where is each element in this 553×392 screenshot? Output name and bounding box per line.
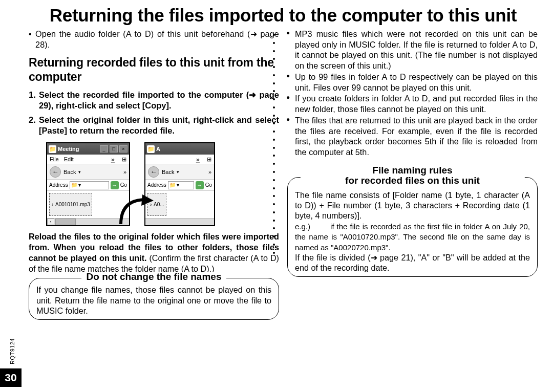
menu-file: File <box>50 156 59 162</box>
back-icon: ← <box>148 166 159 178</box>
address-field: 📁 ▾ <box>168 181 194 189</box>
step-2: 2.Select the original folder in this uni… <box>39 115 279 137</box>
back-icon: ← <box>50 166 61 178</box>
window-title: A <box>156 146 160 152</box>
note-item: MP3 music files which were not recorded … <box>287 29 538 71</box>
back-label: Back <box>63 169 76 175</box>
back-label: Back <box>162 169 174 175</box>
box-title: Do not change the file names <box>81 272 227 282</box>
address-label: Address <box>147 182 166 188</box>
go-icon: → <box>196 181 204 189</box>
go-label: Go <box>120 182 127 188</box>
chevron-right-icon: » <box>196 156 200 163</box>
intro-note: Open the audio folder (A to D) of this u… <box>29 29 279 50</box>
chevron-right-icon: » <box>123 169 126 175</box>
section-heading: Returning recorded files to this unit fr… <box>29 56 279 84</box>
document-id: RQT9124 <box>9 338 15 364</box>
menu-edit: Edit <box>64 156 74 162</box>
screenshot-figure: 📁 Meeting _ □ × File Edit » ⊞ ← <box>46 142 279 226</box>
chevron-right-icon: » <box>208 169 211 175</box>
page-number: 30 <box>0 368 22 387</box>
reload-warning: Reload the files to the original folder … <box>29 231 279 274</box>
note-item: Up to 99 files in folder A to D respecti… <box>287 72 538 93</box>
close-icon: × <box>119 145 127 153</box>
maximize-icon: □ <box>110 145 118 153</box>
address-field: 📁 ▾ <box>70 181 109 189</box>
folder-icon: 📁 <box>147 145 155 153</box>
go-icon: → <box>111 181 119 189</box>
steps-list: 1.Select the recorded file imported to t… <box>29 90 279 137</box>
address-label: Address <box>49 182 68 188</box>
window-title: Meeting <box>58 146 79 152</box>
naming-rules-box: File naming rulesfor recorded files on t… <box>287 177 538 277</box>
note-item: If you create folders in folder A to D, … <box>287 93 538 114</box>
box-body: If you change file names, those files ca… <box>36 285 271 316</box>
folder-icon: 📁 <box>49 145 56 153</box>
windows-logo-icon: ⊞ <box>207 156 211 163</box>
go-label: Go <box>205 182 212 188</box>
note-item: The files that are returned to this unit… <box>287 115 538 158</box>
notes-list: MP3 music files which were not recorded … <box>287 29 538 158</box>
box-body: The file name consists of [Folder name (… <box>295 190 530 273</box>
box-title: File naming rulesfor recorded files on t… <box>300 165 524 186</box>
filename-warning-box: Do not change the file names If you chan… <box>29 278 279 320</box>
step-1: 1.Select the recorded file imported to t… <box>39 90 279 112</box>
windows-logo-icon: ⊞ <box>122 156 126 163</box>
curved-arrow-icon <box>118 194 159 230</box>
minimize-icon: _ <box>100 145 108 153</box>
page-title: Returning the files imported to the comp… <box>29 5 538 26</box>
chevron-right-icon: » <box>111 156 115 163</box>
file-item: ♪ A0010101.mp3 <box>49 193 92 216</box>
